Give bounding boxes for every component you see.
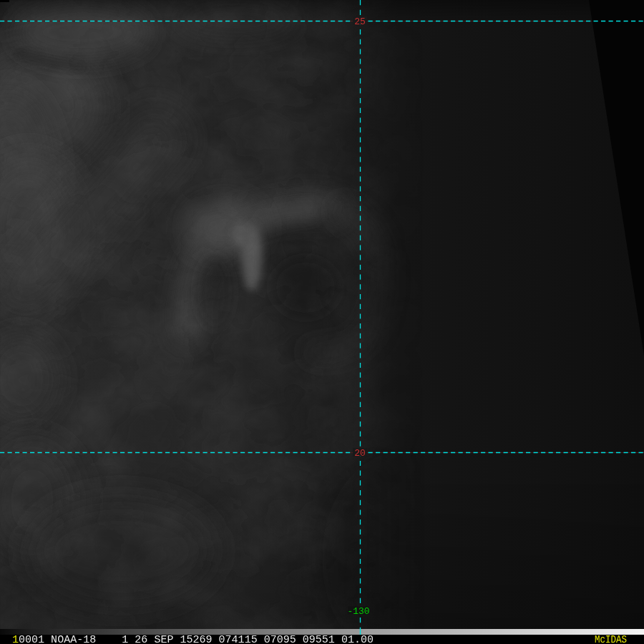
svg-text:10001 NOAA-18 1 26 SEP 1526: 10001 NOAA-18 1 26 SEP 15269 074115 0709…	[12, 634, 374, 644]
svg-text:25: 25	[354, 16, 366, 27]
svg-text:McIDAS: McIDAS	[595, 634, 627, 644]
svg-text:-130: -130	[347, 606, 369, 617]
svg-text:20: 20	[354, 448, 366, 459]
